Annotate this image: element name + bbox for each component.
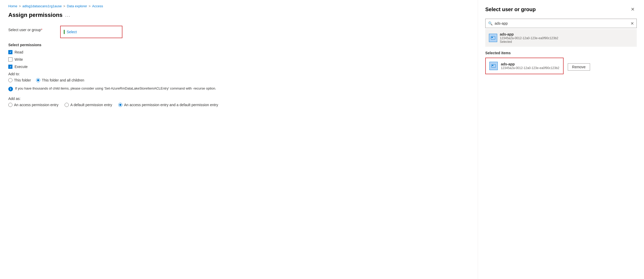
radio-this-folder-children[interactable]: This folder and all children	[36, 78, 84, 82]
selected-item-box: ads-app 12345a2a-0012-12a0-123e-ea0f90c1…	[485, 58, 564, 74]
checkbox-execute[interactable]	[8, 65, 12, 69]
radio-this-folder-children-label: This folder and all children	[42, 78, 84, 82]
add-to-label: Add to:	[8, 72, 469, 76]
radio-both-entry-label: An access permission entry and a default…	[124, 103, 218, 107]
search-result-item[interactable]: ads-app 12345a2a-0012-12a0-123e-ea0f90c1…	[485, 29, 637, 47]
breadcrumb: Home > adlsg1datascans1rg1ause > Data ex…	[8, 4, 469, 8]
result-app-icon	[489, 34, 497, 42]
panel-header: Select user or group ✕	[485, 5, 637, 13]
add-to-radio-group: This folder This folder and all children	[8, 78, 469, 82]
radio-access-entry[interactable]: An access permission entry	[8, 103, 58, 107]
svg-rect-3	[492, 65, 493, 66]
info-box: i If you have thousands of child items, …	[8, 86, 469, 91]
add-as-section: Add as: An access permission entry A def…	[8, 97, 469, 107]
result-status: Selected	[500, 40, 558, 44]
add-as-label: Add as:	[8, 97, 469, 101]
radio-both-entry[interactable]: An access permission entry and a default…	[118, 103, 218, 107]
selected-item-id: 12345a2a-0012-12a0-123e-ea0f90c123b2	[501, 66, 559, 70]
permission-execute-label: Execute	[15, 65, 28, 69]
radio-default-entry[interactable]: A default permission entry	[65, 103, 112, 107]
radio-default-entry-label: A default permission entry	[70, 103, 112, 107]
panel-title: Select user or group	[485, 6, 536, 12]
left-panel: Home > adlsg1datascans1rg1ause > Data ex…	[0, 0, 478, 279]
svg-rect-0	[491, 36, 495, 39]
search-clear-button[interactable]: ✕	[631, 21, 634, 26]
result-info: ads-app 12345a2a-0012-12a0-123e-ea0f90c1…	[500, 32, 558, 44]
page-title: Assign permissions ...	[8, 12, 469, 18]
user-group-row: Select user or group* Select	[8, 26, 469, 38]
selected-item-icon	[489, 62, 498, 70]
checkbox-read[interactable]	[8, 50, 12, 54]
radio-access-entry-indicator	[8, 103, 12, 107]
permission-read-row: Read	[8, 50, 469, 54]
right-panel: Select user or group ✕ 🔍 ✕ ads-app 12345…	[478, 0, 644, 279]
search-icon: 🔍	[488, 21, 493, 25]
remove-button[interactable]: Remove	[568, 63, 590, 71]
add-to-section: Add to: This folder This folder and all …	[8, 72, 469, 82]
breadcrumb-storage[interactable]: adlsg1datascans1rg1ause	[22, 4, 62, 8]
close-button[interactable]: ✕	[628, 5, 637, 13]
svg-rect-1	[491, 37, 493, 38]
result-item-inner: ads-app 12345a2a-0012-12a0-123e-ea0f90c1…	[489, 32, 633, 44]
radio-this-folder-children-indicator	[36, 78, 40, 82]
selected-items-section: Selected items ads-app 12345a2a-0012-12a…	[485, 51, 637, 76]
checkbox-write[interactable]	[8, 57, 12, 62]
selected-item-name: ads-app	[501, 62, 559, 66]
permissions-title: Select permissions	[8, 43, 469, 47]
search-input[interactable]	[495, 21, 628, 25]
required-star: *	[41, 28, 42, 32]
page-title-ellipsis[interactable]: ...	[65, 12, 71, 18]
add-as-radio-group: An access permission entry A default per…	[8, 103, 469, 107]
selected-item-info: ads-app 12345a2a-0012-12a0-123e-ea0f90c1…	[501, 62, 559, 70]
radio-this-folder-indicator	[8, 78, 12, 82]
permission-read-label: Read	[15, 50, 23, 54]
result-id: 12345a2a-0012-12a0-123e-ea0f90c123b2	[500, 36, 558, 40]
result-name: ads-app	[500, 32, 558, 36]
search-box: 🔍 ✕	[485, 19, 637, 28]
user-group-label: Select user or group*	[8, 26, 60, 32]
user-group-select[interactable]: Select	[60, 26, 122, 38]
breadcrumb-data-explorer[interactable]: Data explorer	[67, 4, 87, 8]
radio-this-folder[interactable]: This folder	[8, 78, 31, 82]
select-box-text: Select	[64, 30, 77, 34]
breadcrumb-access[interactable]: Access	[92, 4, 103, 8]
permission-write-label: Write	[15, 57, 23, 62]
info-icon: i	[8, 87, 13, 91]
radio-access-entry-label: An access permission entry	[14, 103, 58, 107]
radio-default-entry-indicator	[65, 103, 69, 107]
breadcrumb-home[interactable]: Home	[8, 4, 17, 8]
permissions-section: Select permissions Read Write Execute	[8, 43, 469, 69]
permission-execute-row: Execute	[8, 65, 469, 69]
permission-write-row: Write	[8, 57, 469, 62]
selected-items-title: Selected items	[485, 51, 637, 55]
radio-this-folder-label: This folder	[14, 78, 31, 82]
info-text: If you have thousands of child items, pl…	[15, 86, 216, 90]
radio-both-entry-indicator	[118, 103, 122, 107]
svg-rect-2	[491, 64, 496, 67]
